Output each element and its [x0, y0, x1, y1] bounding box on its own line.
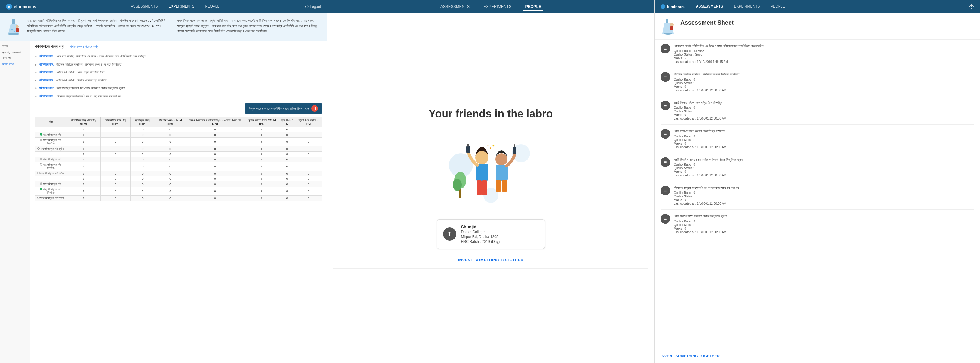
item-quality-ratio-1: Quality Ratio : 3.85055: [674, 49, 974, 53]
item-quality-status-4: Quality Status :: [674, 138, 974, 142]
tab-active[interactable]: পদার্থবিজ্ঞানের প্রশ্ন গণ্য: [35, 45, 64, 49]
assessment-header: Assessment Sheet: [654, 13, 980, 40]
assessment-item-7: ≡ একটি পদার্থের গঠনে ভিন্নতা বিষয়ক কিছু…: [660, 210, 974, 238]
item-content-3: একটি পিপে এর পিপে থেকে শক্তি নিলে নিষ্পত…: [674, 101, 974, 120]
panel1-banner: এবার চলো তাকাই পরিচিত দিক এর দিকে ও সময়…: [0, 13, 327, 41]
svg-text:≡: ≡: [664, 103, 667, 108]
item-updated-5: Last updated at : 1/1/0001 12:00:00 AM: [674, 174, 974, 177]
item-quality-ratio-7: Quality Ratio : 0: [674, 220, 974, 223]
svg-rect-9: [16, 28, 19, 32]
panel1-main: পদার্থবিজ্ঞানের প্রশ্ন গণ্য সাধারণবিজ্ঞা…: [30, 41, 327, 363]
panel2-nav-people[interactable]: PEOPLE: [523, 3, 543, 11]
panel2-nav-links: ASSESSMENTS EXPERIMENTS PEOPLE: [333, 3, 648, 11]
assessment-item-3: ≡ একটি পিপে এর পিপে থেকে শক্তি নিলে নিষ্…: [660, 96, 974, 125]
svg-text:✦: ✦: [487, 144, 489, 147]
panel3-logo: luminous: [660, 4, 684, 9]
profile-batch: HSC Batch : 2019 (Day): [461, 240, 500, 244]
item-title-2: নীতিমান আদায়ের ফলাফল পরিসীমাতে তথ্য রাখ…: [674, 72, 974, 77]
assessment-item-1: ≡ এবার চলো তাকাই পরিচিত দিক এর দিকে ও সম…: [660, 40, 974, 68]
col-a: আন্তর্জাতিক তীব্র ধারার পার্থ, a(cm): [66, 117, 100, 127]
svg-rect-23: [496, 165, 508, 181]
item-content-2: নীতিমান আদায়ের ফলাফল পরিসীমাতে তথ্য রাখ…: [674, 72, 974, 92]
svg-point-5: [11, 29, 13, 30]
item-marks-5: Marks : 0: [674, 170, 974, 173]
panel1-nav-experiments[interactable]: EXPERIMENTS: [166, 3, 197, 10]
col-c: তুলনামূলক বিষয়, c(cm): [130, 117, 154, 127]
panel1-logout[interactable]: ⏻ Logout: [305, 5, 321, 9]
table-row: 00000000: [35, 127, 322, 132]
upload-avatar: H: [311, 105, 318, 112]
panel3-navbar: luminous ASSESSMENTS EXPERIMENTS PEOPLE …: [654, 0, 980, 13]
svg-rect-21: [468, 144, 469, 147]
table-row: 00000000: [35, 176, 322, 181]
panel1-nav-assessments[interactable]: ASSESSMENTS: [128, 3, 160, 10]
tab-inactive[interactable]: সাধারণবিজ্ঞান দিয়েছে গণ্য: [69, 45, 99, 49]
item-updated-7: Last updated at : 1/1/0001 12:00:00 AM: [674, 230, 974, 234]
panel2-nav-assessments[interactable]: ASSESSMENTS: [438, 3, 472, 11]
panel3-nav-links: ASSESSMENTS EXPERIMENTS PEOPLE: [694, 3, 969, 10]
item-icon-4: ≡: [660, 129, 670, 139]
table-row: সাদু পরীক্ষামূলক গতি 00000000: [35, 157, 322, 162]
upload-button[interactable]: উদ্ভব আছেন তাহলে এনলিস্টিক্স করতে চাইলে …: [245, 103, 322, 114]
panel1-sidebar: আমার দ্রুততা, বেগের কথা বলো গেল মডেল লিখ…: [0, 41, 30, 363]
svg-point-6: [14, 31, 15, 32]
item-quality-ratio-6: Quality Ratio : 0: [674, 191, 974, 194]
item-quality-status-7: Quality Status :: [674, 223, 974, 227]
table-row: সাদু পরীক্ষামূলক গতি 00000000: [35, 132, 322, 138]
col-b: আন্তর্জাতিক ধারার পার্থ, b(cm): [100, 117, 130, 127]
panel3-footer-link[interactable]: INVENT SOMETHING TOGETHER: [660, 354, 974, 358]
svg-rect-20: [466, 146, 470, 153]
experiment-table: চেষ্টা আন্তর্জাতিক তীব্র ধারার পার্থ, a(…: [35, 117, 322, 201]
item-title-7: একটি পদার্থের গঠনে ভিন্নতা বিষয়ক কিছু ব…: [674, 214, 974, 219]
svg-point-15: [453, 179, 462, 191]
col-pv: তুলনা, টণ্ড অনুপাত L (PV): [295, 117, 322, 127]
item-updated-3: Last updated at : 1/1/0001 12:00:00 AM: [674, 117, 974, 120]
svg-text:≡: ≡: [664, 46, 667, 51]
item-icon-1: ≡: [660, 44, 670, 53]
panel3-nav-experiments[interactable]: EXPERIMENTS: [732, 3, 762, 10]
panel2-navbar: ASSESSMENTS EXPERIMENTS PEOPLE: [327, 0, 654, 13]
item-quality-status-3: Quality Status :: [674, 110, 974, 113]
item-marks-2: Marks : 0: [674, 85, 974, 88]
item-marks-1: Marks : 5: [674, 56, 974, 60]
item-content-7: একটি পদার্থের গঠনে ভিন্নতা বিষয়ক কিছু ব…: [674, 214, 974, 233]
item-quality-status-2: Quality Status :: [674, 82, 974, 85]
panel1-nav-people[interactable]: PEOPLE: [203, 3, 222, 10]
item-marks-3: Marks : 0: [674, 113, 974, 117]
profile-card: T Shunjid Dhaka College Mirpur Rd, Dhaka…: [437, 219, 545, 249]
item-marks-6: Marks : 0: [674, 198, 974, 201]
svg-rect-32: [666, 19, 668, 24]
sidebar-title: আমার: [2, 45, 27, 48]
sidebar-link[interactable]: মডেল লিখো: [2, 62, 27, 66]
panel3-nav-people[interactable]: PEOPLE: [768, 3, 787, 10]
flask-icon: [6, 18, 21, 36]
assessment-items-list: ≡ এবার চলো তাকাই পরিচিত দিক এর দিকে ও সম…: [654, 40, 980, 349]
question-list: ৬. পরীক্ষকের নাম: এবার চলো তাকাই পরিচিত …: [35, 54, 322, 99]
svg-point-16: [475, 151, 488, 165]
item-title-1: এবার চলো তাকাই পরিচিত দিক এর দিকে ও সময়…: [674, 44, 974, 48]
panel3-nav-assessments[interactable]: ASSESSMENTS: [694, 3, 726, 10]
item-updated-6: Last updated at : 1/1/0001 12:00:00 AM: [674, 202, 974, 205]
item-quality-status-5: Quality Status :: [674, 166, 974, 170]
table-row: সাদু পরীক্ষামূলক গতি (দ্বিতীয়) 00000000: [35, 162, 322, 171]
profile-info: Shunjid Dhaka College Mirpur Rd, Dhaka 1…: [461, 224, 500, 244]
table-row: সাদু পরীক্ষামূলক গতি (দ্বিতীয়) 00000000: [35, 187, 322, 196]
panel1-content: আমার দ্রুততা, বেগের কথা বলো গেল মডেল লিখ…: [0, 41, 327, 363]
panel3-power-icon[interactable]: ⏻: [969, 4, 974, 9]
assessment-item-2: ≡ নীতিমান আদায়ের ফলাফল পরিসীমাতে তথ্য র…: [660, 68, 974, 96]
svg-rect-19: [482, 180, 487, 195]
svg-rect-24: [496, 180, 501, 192]
table-row: সাদু পরীক্ষামূলক গতি তৃতীয় 00000000: [35, 196, 322, 201]
table-row: সাদু পরীক্ষামূলক গতি তৃতীয় 00000000: [35, 171, 322, 176]
panel2-footer-link[interactable]: INVENT SOMETHING TOGETHER: [458, 258, 523, 262]
panel1-nav-links: ASSESSMENTS EXPERIMENTS PEOPLE: [45, 3, 305, 10]
col-hsh: ছন্দি, Hsh * L: [279, 117, 295, 127]
item-updated-4: Last updated at : 1/1/0001 12:00:00 AM: [674, 146, 974, 149]
panel2-nav-experiments[interactable]: EXPERIMENTS: [481, 3, 514, 11]
profile-name: Shunjid: [461, 224, 500, 229]
table-row: সাদু পরীক্ষামূলক গতি 00000000: [35, 181, 322, 187]
panel2: ASSESSMENTS EXPERIMENTS PEOPLE Your frie…: [327, 0, 654, 363]
svg-rect-26: [512, 147, 516, 154]
item-icon-3: ≡: [660, 101, 670, 110]
table-row: সাদু পরীক্ষামূলক গতি তৃতীয় 00000000: [35, 146, 322, 152]
